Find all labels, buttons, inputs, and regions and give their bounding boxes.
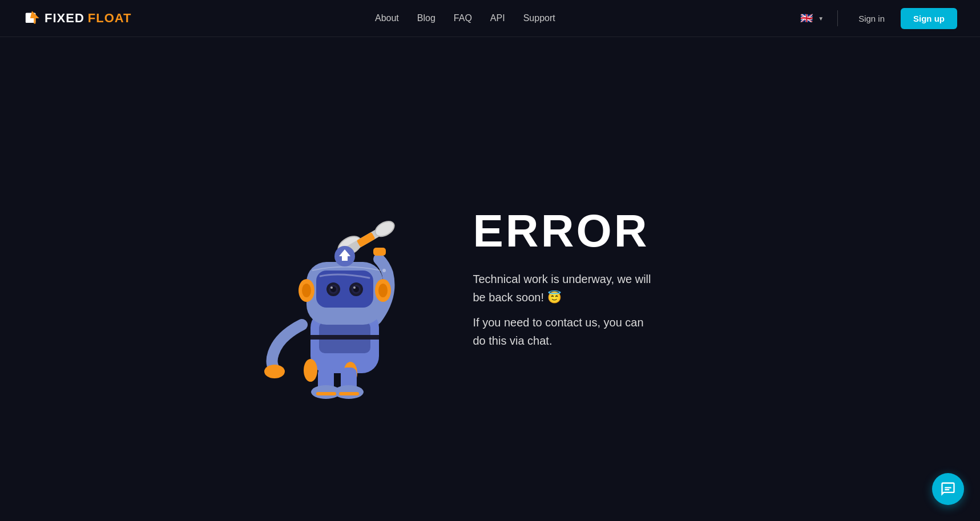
svg-point-29 (330, 286, 333, 289)
nav-support[interactable]: Support (523, 13, 555, 23)
logo-icon (23, 9, 41, 27)
error-description-1: Technical work is underway, we will be b… (473, 270, 759, 306)
logo-float-text: FLOAT (88, 11, 132, 26)
svg-rect-37 (310, 335, 379, 340)
error-text-container: ERROR Technical work is underway, we wil… (473, 208, 759, 350)
svg-point-11 (304, 359, 317, 382)
svg-point-33 (353, 286, 356, 289)
logo-fixed-text: FIXED (45, 11, 84, 26)
navbar-center: About Blog FAQ API Support (375, 13, 555, 23)
navbar-right: 🇬🇧 ▼ Sign in Sign up (798, 8, 957, 29)
logo[interactable]: FIXED FLOAT (23, 9, 131, 27)
svg-rect-17 (316, 392, 336, 395)
svg-point-22 (302, 284, 311, 297)
navbar-left: FIXED FLOAT (23, 9, 131, 27)
svg-rect-18 (339, 392, 359, 395)
svg-point-38 (382, 269, 386, 272)
flag-icon: 🇬🇧 (798, 10, 814, 26)
svg-point-8 (264, 365, 285, 378)
signin-button[interactable]: Sign in (852, 10, 892, 27)
robot-illustration (222, 159, 439, 399)
nav-divider (837, 10, 838, 26)
nav-blog[interactable]: Blog (417, 13, 435, 23)
error-contact: If you need to contact us, you can do th… (473, 313, 759, 350)
nav-api[interactable]: API (490, 13, 505, 23)
error-container: ERROR Technical work is underway, we wil… (205, 159, 776, 399)
error-title: ERROR (473, 208, 759, 254)
svg-rect-39 (945, 487, 951, 488)
robot-svg (228, 159, 433, 399)
chevron-down-icon: ▼ (818, 15, 824, 22)
svg-rect-6 (356, 232, 375, 247)
chat-button[interactable] (932, 473, 964, 505)
nav-about[interactable]: About (375, 13, 399, 23)
chat-icon (940, 481, 956, 497)
svg-point-24 (378, 284, 388, 297)
navbar: FIXED FLOAT About Blog FAQ API Support 🇬… (0, 0, 980, 37)
svg-rect-40 (945, 489, 949, 490)
lang-selector[interactable]: 🇬🇧 ▼ (798, 10, 824, 26)
signup-button[interactable]: Sign up (901, 8, 957, 29)
main-content: ERROR Technical work is underway, we wil… (0, 37, 980, 521)
svg-rect-7 (373, 248, 386, 256)
nav-faq[interactable]: FAQ (454, 13, 472, 23)
